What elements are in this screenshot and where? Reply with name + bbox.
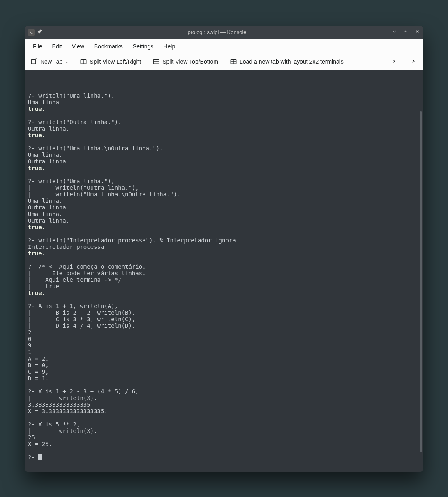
pin-icon[interactable] [37, 29, 43, 36]
terminal-line: Uma linha. [28, 152, 420, 158]
terminal-line: Outra linha. [28, 125, 420, 132]
terminal-line: | true. [28, 283, 420, 290]
terminal-line: ?- writeln("Uma linha."). [28, 92, 420, 99]
terminal-line: X = 3.3333333333333335. [28, 408, 420, 414]
close-button[interactable] [414, 29, 420, 36]
terminal-line: Uma linha. [28, 99, 420, 106]
terminal-line [28, 447, 420, 454]
menu-view[interactable]: View [67, 41, 89, 52]
konsole-window: prolog : swipl — Konsole File Edit View … [25, 26, 423, 472]
terminal-line: true. [28, 290, 420, 296]
cursor [38, 454, 42, 460]
terminal-line: true. [28, 132, 420, 138]
terminal-line: D = 1. [28, 375, 420, 382]
terminal-line [28, 86, 420, 92]
terminal-line: C = 9, [28, 368, 420, 375]
terminal-line: 25 [28, 434, 420, 441]
terminal-line [28, 230, 420, 237]
terminal-line: | writeln("Outra linha."), [28, 184, 420, 191]
terminal-line: | D is 4 / 4, writeln(D). [28, 322, 420, 329]
terminal-line: true. [28, 106, 420, 112]
terminal-line: A = 2, [28, 355, 420, 362]
nav-prev-button[interactable] [387, 56, 400, 67]
terminal-line: ?- writeln("Uma linha."), [28, 178, 420, 184]
terminal[interactable]: ?- writeln("Uma linha.").Uma linha.true.… [25, 70, 423, 472]
menu-bookmarks[interactable]: Bookmarks [89, 41, 128, 52]
menu-file[interactable]: File [28, 41, 47, 52]
grid-icon [230, 58, 237, 65]
terminal-line [28, 138, 420, 145]
new-tab-icon [30, 58, 38, 65]
svg-rect-0 [31, 60, 36, 64]
terminal-line [28, 414, 420, 421]
menu-help[interactable]: Help [158, 41, 180, 52]
split-lr-button[interactable]: Split View Left/Right [77, 56, 143, 67]
terminal-line [28, 382, 420, 388]
chevron-right-icon [410, 58, 417, 64]
terminal-line: Outra linha. [28, 204, 420, 211]
terminal-line: | C is 3 * 3, writeln(C), [28, 316, 420, 322]
maximize-button[interactable] [403, 29, 409, 36]
terminal-line: 9 [28, 342, 420, 349]
terminal-line: ?- X is 5 ** 2, [28, 421, 420, 428]
terminal-line: true. [28, 165, 420, 171]
terminal-line [28, 257, 420, 263]
split-tb-button[interactable]: Split View Top/Bottom [150, 56, 221, 67]
terminal-line: Interpretador processa [28, 244, 420, 250]
menu-settings[interactable]: Settings [128, 41, 159, 52]
terminal-line: | Aqui ele termina -> */ [28, 276, 420, 283]
chevron-right-icon [390, 58, 397, 64]
menubar: File Edit View Bookmarks Settings Help [25, 39, 423, 54]
terminal-line: ?- writeln("Uma linha.\nOutra linha."). [28, 145, 420, 152]
terminal-line: 2 [28, 329, 420, 336]
new-tab-label: New Tab [40, 58, 62, 65]
terminal-line: ?- writeln("Outra linha."). [28, 119, 420, 125]
terminal-line: 0 [28, 336, 420, 342]
split-tb-icon [152, 58, 160, 65]
scrollbar[interactable] [420, 111, 422, 452]
terminal-line: true. [28, 224, 420, 230]
terminal-line [28, 296, 420, 303]
titlebar[interactable]: prolog : swipl — Konsole [25, 26, 423, 39]
terminal-line: | writeln(X). [28, 395, 420, 401]
app-icon [28, 29, 35, 36]
menu-edit[interactable]: Edit [47, 41, 67, 52]
terminal-line [28, 112, 420, 119]
terminal-line: ?- A is 1 + 1, writeln(A), [28, 303, 420, 309]
chevron-down-icon[interactable]: ⌄ [65, 60, 68, 64]
terminal-line: X = 25. [28, 441, 420, 447]
terminal-line: | writeln("Uma linha.\nOutra linha."). [28, 191, 420, 198]
load-layout-button[interactable]: Load a new tab with layout 2x2 terminals [227, 56, 346, 67]
terminal-line: | Ele pode ter várias linhas. [28, 270, 420, 276]
toolbar: New Tab ⌄ Split View Left/Right Split Vi… [25, 54, 423, 70]
terminal-line: true. [28, 250, 420, 257]
minimize-button[interactable] [391, 29, 397, 36]
load-layout-label: Load a new tab with layout 2x2 terminals [240, 58, 344, 65]
terminal-line: ?- writeln("Interpretador processa"). % … [28, 237, 420, 244]
terminal-line: 3.3333333333333335 [28, 401, 420, 408]
split-tb-label: Split View Top/Bottom [162, 58, 218, 65]
terminal-line: | writeln(X). [28, 428, 420, 434]
terminal-line: | B is 2 - 2, writeln(B), [28, 309, 420, 316]
split-lr-icon [80, 58, 87, 65]
terminal-line: Outra linha. [28, 158, 420, 165]
new-tab-button[interactable]: New Tab ⌄ [28, 56, 71, 67]
split-lr-label: Split View Left/Right [90, 58, 141, 65]
terminal-line: ?- X is 1 + 2 - 3 + (4 * 5) / 6, [28, 388, 420, 395]
window-title: prolog : swipl — Konsole [43, 29, 391, 35]
terminal-line [28, 171, 420, 178]
terminal-line: Uma linha. [28, 211, 420, 217]
terminal-line: Uma linha. [28, 198, 420, 204]
terminal-prompt[interactable]: ?- [28, 454, 420, 460]
terminal-line: Outra linha. [28, 217, 420, 224]
nav-next-button[interactable] [407, 56, 420, 67]
terminal-line: B = 0, [28, 362, 420, 368]
terminal-line: 1 [28, 349, 420, 355]
terminal-line: ?- /* <- Aqui começa o comentário. [28, 263, 420, 270]
